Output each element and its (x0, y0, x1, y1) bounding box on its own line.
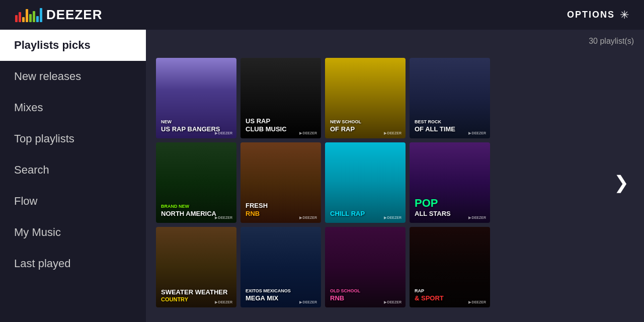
bar-3 (22, 17, 25, 22)
sidebar-item-mixes[interactable]: Mixes (0, 92, 146, 123)
card-chill-rap[interactable]: CHILL RAP ▶ DEEZER (325, 142, 406, 223)
grid-wrapper: NEW US RAP BANGERS ▶ DEEZER US RAP CLUB … (156, 50, 634, 315)
sidebar-item-my-music[interactable]: My Music (0, 217, 146, 248)
asterisk-icon[interactable]: ✳ (620, 9, 629, 22)
main-layout: Playlists picks New releases Mixes Top p… (0, 30, 644, 322)
bar-5 (29, 14, 32, 22)
bar-8 (40, 8, 42, 22)
header: DEEZER OPTIONS ✳ (0, 0, 644, 30)
bar-4 (26, 9, 28, 22)
card-sweater-weather[interactable]: SWEATER WEATHER COUNTRY ▶ DEEZER (156, 227, 236, 307)
card-pop-allstars[interactable]: POP ALL STARS ▶ DEEZER (410, 142, 490, 223)
logo: DEEZER (15, 7, 102, 23)
sidebar: Playlists picks New releases Mixes Top p… (0, 30, 146, 322)
card-badge: NEW SCHOOL (330, 119, 400, 124)
options-label[interactable]: OPTIONS (567, 10, 615, 20)
card-title: US RAP (246, 117, 316, 125)
content-header: 30 playlist(s) (156, 37, 634, 50)
playlist-count: 30 playlist(s) (589, 37, 634, 46)
card-title: POP (415, 197, 485, 210)
bar-1 (15, 15, 18, 22)
card-old-school-rnb[interactable]: OLD SCHOOL RNB ▶ DEEZER (325, 227, 406, 307)
card-rap-sport[interactable]: RAP & SPORT ▶ DEEZER (410, 227, 490, 307)
logo-text: DEEZER (46, 7, 102, 23)
sidebar-item-top-playlists[interactable]: Top playlists (0, 123, 146, 154)
header-right: OPTIONS ✳ (567, 9, 629, 22)
card-best-rock[interactable]: BEST ROCK OF ALL TIME ▶ DEEZER (410, 58, 490, 138)
sidebar-item-playlists-picks[interactable]: Playlists picks (0, 30, 146, 61)
content-area: 30 playlist(s) NEW US RAP BANGERS ▶ DEEZ… (146, 30, 644, 322)
sidebar-item-flow[interactable]: Flow (0, 186, 146, 217)
card-us-rap-bangers[interactable]: NEW US RAP BANGERS ▶ DEEZER (156, 58, 236, 138)
bar-7 (36, 16, 39, 22)
bar-6 (33, 11, 35, 22)
card-brand-new[interactable]: BRAND NEW NORTH AMERICA ▶ DEEZER (156, 142, 236, 223)
card-title: FRESH (246, 202, 316, 210)
card-us-rap-club[interactable]: US RAP CLUB MUSIC ▶ DEEZER (240, 58, 321, 138)
card-badge: EXITOS MEXICANOS (246, 288, 316, 293)
card-exitos[interactable]: EXITOS MEXICANOS MEGA MIX ▶ DEEZER (240, 227, 321, 307)
card-new-school-rap[interactable]: NEW SCHOOL OF RAP ▶ DEEZER (325, 58, 406, 138)
logo-bars (15, 8, 42, 22)
next-arrow[interactable]: ❯ (609, 172, 634, 193)
sidebar-item-last-played[interactable]: Last played (0, 248, 146, 279)
card-badge: BEST ROCK (415, 119, 485, 124)
card-fresh-rnb[interactable]: FRESH RNB ▶ DEEZER (240, 142, 321, 223)
sidebar-item-search[interactable]: Search (0, 154, 146, 186)
card-badge: OLD SCHOOL (330, 288, 400, 293)
card-title: SWEATER WEATHER (161, 288, 231, 296)
bar-2 (19, 12, 21, 22)
card-badge: NEW (161, 119, 231, 124)
card-badge: BRAND NEW (161, 204, 231, 209)
sidebar-item-new-releases[interactable]: New releases (0, 61, 146, 92)
playlist-grid: NEW US RAP BANGERS ▶ DEEZER US RAP CLUB … (156, 58, 609, 307)
card-badge: RAP (415, 288, 485, 293)
